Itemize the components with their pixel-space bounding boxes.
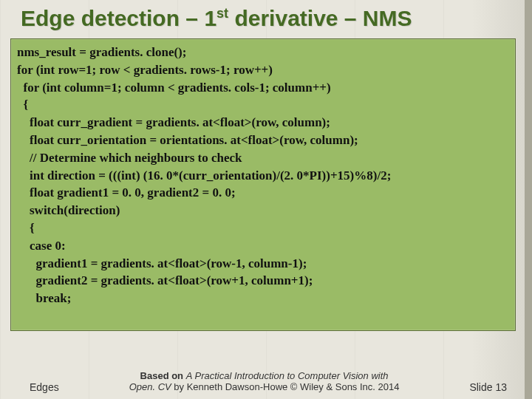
code-line: float gradient1 = 0. 0, gradient2 = 0. 0… <box>17 184 509 202</box>
code-line: break; <box>17 290 509 307</box>
code-line: float curr_gradient = gradients. at<floa… <box>17 114 509 132</box>
code-line: float curr_orientation = orientations. a… <box>17 132 509 149</box>
code-line: for (int row=1; row < gradients. rows-1;… <box>17 61 509 79</box>
footer-booktitle-2: Open. CV <box>129 381 171 392</box>
code-line: case 0: <box>17 237 509 255</box>
code-line: { <box>17 96 509 114</box>
footer-copyright: by Kenneth Dawson-Howe © Wiley & Sons In… <box>174 381 399 392</box>
footer-booktitle-1: A Practical Introduction to Computer Vis… <box>186 370 389 381</box>
code-line: gradient1 = gradients. at<float>(row-1, … <box>17 255 509 273</box>
code-line: int direction = (((int) (16. 0*(curr_ori… <box>17 167 509 185</box>
code-line: { <box>17 219 509 237</box>
footer-slide-number: Slide 13 <box>469 381 507 393</box>
footer-basedon: Based on <box>140 370 184 381</box>
code-line: for (int column=1; column < gradients. c… <box>17 79 509 97</box>
footer-center: Based on A Practical Introduction to Com… <box>59 370 470 393</box>
slide-title: Edge detection – 1st derivative – NMS <box>21 6 412 31</box>
code-line: switch(direction) <box>17 202 509 219</box>
code-line: gradient2 = gradients. at<float>(row+1, … <box>17 272 509 290</box>
footer: Edges Based on A Practical Introduction … <box>0 370 525 393</box>
code-line: nms_result = gradients. clone(); <box>17 44 509 61</box>
code-line: // Determine which neighbours to check <box>17 149 509 167</box>
footer-left: Edges <box>30 381 59 393</box>
code-box: nms_result = gradients. clone(); for (in… <box>10 38 516 331</box>
slide: Edge detection – 1st derivative – NMS nm… <box>0 0 532 399</box>
